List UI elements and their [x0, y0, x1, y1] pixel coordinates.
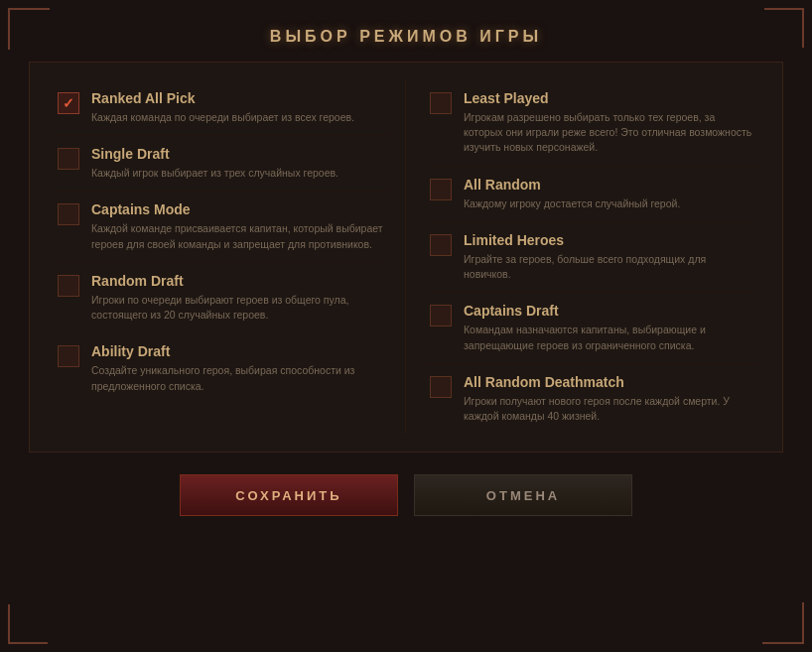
checkbox-all-random-deathmatch[interactable] — [430, 376, 452, 398]
corner-decoration-tr — [764, 8, 804, 48]
mode-item-captains-mode[interactable]: Captains ModeКаждой команде присваиваетс… — [54, 192, 389, 262]
mode-desc-ability-draft: Создайте уникального героя, выбирая спос… — [91, 363, 385, 393]
mode-name-ability-draft: Ability Draft — [91, 343, 385, 359]
cancel-button[interactable]: ОТМЕНА — [414, 474, 632, 516]
corner-decoration-bl — [8, 604, 48, 644]
modes-panel: Ranked All PickКаждая команда по очереди… — [29, 62, 783, 453]
mode-desc-random-draft: Игроки по очереди выбирают героев из общ… — [91, 293, 385, 323]
mode-name-least-played: Least Played — [464, 90, 754, 106]
mode-name-all-random-deathmatch: All Random Deathmatch — [464, 374, 754, 390]
mode-desc-all-random-deathmatch: Игроки получают нового героя после каждо… — [464, 394, 754, 424]
checkbox-limited-heroes[interactable] — [430, 234, 452, 256]
left-column: Ranked All PickКаждая команда по очереди… — [54, 80, 406, 434]
mode-desc-ranked-all-pick: Каждая команда по очереди выбирает из вс… — [91, 110, 354, 125]
mode-name-single-draft: Single Draft — [91, 146, 338, 162]
mode-item-ranked-all-pick[interactable]: Ranked All PickКаждая команда по очереди… — [54, 80, 389, 136]
mode-name-ranked-all-pick: Ranked All Pick — [91, 90, 354, 106]
checkbox-captains-mode[interactable] — [58, 203, 79, 225]
checkbox-all-random[interactable] — [430, 179, 452, 200]
checkbox-captains-draft[interactable] — [430, 305, 452, 326]
right-column: Least PlayedИгрокам разрешено выбирать т… — [406, 80, 758, 434]
button-row: СОХРАНИТЬ ОТМЕНА — [29, 474, 783, 516]
checkbox-random-draft[interactable] — [58, 275, 79, 297]
mode-name-limited-heroes: Limited Heroes — [464, 232, 754, 248]
checkbox-ability-draft[interactable] — [58, 345, 79, 367]
mode-item-least-played[interactable]: Least PlayedИгрокам разрешено выбирать т… — [426, 80, 758, 167]
mode-desc-limited-heroes: Играйте за героев, больше всего подходящ… — [464, 252, 754, 282]
checkbox-single-draft[interactable] — [58, 148, 79, 170]
page-title: ВЫБОР РЕЖИМОВ ИГРЫ — [270, 28, 542, 46]
mode-item-single-draft[interactable]: Single DraftКаждый игрок выбирает из тре… — [54, 136, 389, 192]
mode-item-captains-draft[interactable]: Captains DraftКомандам назначаются капит… — [426, 293, 758, 363]
mode-name-random-draft: Random Draft — [91, 273, 385, 289]
mode-desc-single-draft: Каждый игрок выбирает из трех случайных … — [91, 166, 338, 181]
checkbox-least-played[interactable] — [430, 92, 452, 114]
mode-item-random-draft[interactable]: Random DraftИгроки по очереди выбирают г… — [54, 263, 389, 333]
mode-desc-captains-mode: Каждой команде присваивается капитан, ко… — [91, 221, 385, 251]
mode-item-all-random-deathmatch[interactable]: All Random DeathmatchИгроки получают нов… — [426, 364, 758, 434]
mode-name-all-random: All Random — [464, 177, 680, 193]
save-button[interactable]: СОХРАНИТЬ — [180, 474, 398, 516]
mode-desc-least-played: Игрокам разрешено выбирать только тех ге… — [464, 110, 754, 156]
mode-desc-captains-draft: Командам назначаются капитаны, выбирающи… — [464, 323, 754, 352]
mode-item-limited-heroes[interactable]: Limited HeroesИграйте за героев, больше … — [426, 222, 758, 293]
mode-item-ability-draft[interactable]: Ability DraftСоздайте уникального героя,… — [54, 333, 389, 403]
checkbox-ranked-all-pick[interactable] — [58, 92, 79, 114]
mode-name-captains-mode: Captains Mode — [91, 201, 385, 217]
mode-desc-all-random: Каждому игроку достается случайный герой… — [464, 196, 680, 211]
mode-name-captains-draft: Captains Draft — [464, 303, 754, 319]
mode-item-all-random[interactable]: All RandomКаждому игроку достается случа… — [426, 167, 758, 222]
